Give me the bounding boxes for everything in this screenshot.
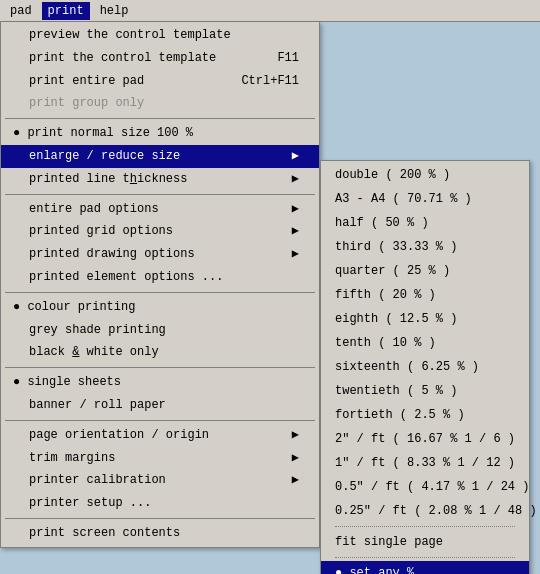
- submenu-double[interactable]: double ( 200 % ): [321, 163, 529, 187]
- submenu-eighth[interactable]: eighth ( 12.5 % ): [321, 307, 529, 331]
- submenu-fortieth[interactable]: fortieth ( 2.5 % ): [321, 403, 529, 427]
- separator-6: [5, 518, 315, 519]
- arrow-icon-6: ▶: [292, 427, 299, 444]
- submenu-tenth[interactable]: tenth ( 10 % ): [321, 331, 529, 355]
- submenu-quarter[interactable]: quarter ( 25 % ): [321, 259, 529, 283]
- secondary-menu: double ( 200 % ) A3 - A4 ( 70.71 % ) hal…: [320, 160, 530, 574]
- menu-item-calibration[interactable]: printer calibration ▶: [1, 469, 319, 492]
- menu-item-print-screen[interactable]: print screen contents: [1, 522, 319, 545]
- menu-item-preview[interactable]: preview the control template: [1, 24, 319, 47]
- menu-item-colour[interactable]: ● colour printing: [1, 296, 319, 319]
- submenu-sep-1: [335, 526, 515, 527]
- menu-item-normal-size[interactable]: ● print normal size 100 %: [1, 122, 319, 145]
- menu-item-black-white[interactable]: black & white only: [1, 341, 319, 364]
- submenu-set-any[interactable]: ● set any % ...: [321, 561, 529, 574]
- menu-help[interactable]: help: [94, 2, 135, 20]
- menu-pad[interactable]: pad: [4, 2, 38, 20]
- submenu-half[interactable]: half ( 50 % ): [321, 211, 529, 235]
- menu-item-single-sheets[interactable]: ● single sheets: [1, 371, 319, 394]
- arrow-icon-8: ▶: [292, 472, 299, 489]
- menu-item-page-orientation[interactable]: page orientation / origin ▶: [1, 424, 319, 447]
- menu-item-print-group: print group only: [1, 92, 319, 115]
- menu-item-grey[interactable]: grey shade printing: [1, 319, 319, 342]
- arrow-icon-3: ▶: [292, 201, 299, 218]
- dropdown-container: preview the control template print the c…: [0, 22, 530, 548]
- submenu-third[interactable]: third ( 33.33 % ): [321, 235, 529, 259]
- separator-2: [5, 194, 315, 195]
- menu-item-print-pad[interactable]: print entire pad Ctrl+F11: [1, 70, 319, 93]
- submenu-sep-2: [335, 557, 515, 558]
- menu-item-pad-options[interactable]: entire pad options ▶: [1, 198, 319, 221]
- submenu-2in-ft[interactable]: 2" / ft ( 16.67 % 1 / 6 ): [321, 427, 529, 451]
- menu-item-grid-options[interactable]: printed grid options ▶: [1, 220, 319, 243]
- submenu-half-in-ft[interactable]: 0.5" / ft ( 4.17 % 1 / 24 ): [321, 475, 529, 499]
- menu-item-printer-setup[interactable]: printer setup ...: [1, 492, 319, 515]
- menu-item-enlarge-reduce[interactable]: enlarge / reduce size ▶: [1, 145, 319, 168]
- menu-item-drawing-options[interactable]: printed drawing options ▶: [1, 243, 319, 266]
- separator-3: [5, 292, 315, 293]
- arrow-icon: ▶: [292, 148, 299, 165]
- separator-4: [5, 367, 315, 368]
- submenu-twentieth[interactable]: twentieth ( 5 % ): [321, 379, 529, 403]
- arrow-icon-5: ▶: [292, 246, 299, 263]
- menu-item-banner[interactable]: banner / roll paper: [1, 394, 319, 417]
- submenu-fifth[interactable]: fifth ( 20 % ): [321, 283, 529, 307]
- submenu-1in-ft[interactable]: 1" / ft ( 8.33 % 1 / 12 ): [321, 451, 529, 475]
- submenu-quarter-in-ft[interactable]: 0.25" / ft ( 2.08 % 1 / 48 ): [321, 499, 529, 523]
- submenu-sixteenth[interactable]: sixteenth ( 6.25 % ): [321, 355, 529, 379]
- submenu-fit-page[interactable]: fit single page: [321, 530, 529, 554]
- menu-item-element-options[interactable]: printed element options ...: [1, 266, 319, 289]
- menu-print[interactable]: print: [42, 2, 90, 20]
- separator-1: [5, 118, 315, 119]
- arrow-icon-7: ▶: [292, 450, 299, 467]
- arrow-icon-2: ▶: [292, 171, 299, 188]
- arrow-icon-4: ▶: [292, 223, 299, 240]
- primary-menu: preview the control template print the c…: [0, 22, 320, 548]
- menu-item-line-thickness[interactable]: printed line thickness ▶: [1, 168, 319, 191]
- submenu-a3-a4[interactable]: A3 - A4 ( 70.71 % ): [321, 187, 529, 211]
- menu-item-trim-margins[interactable]: trim margins ▶: [1, 447, 319, 470]
- menu-item-print-control[interactable]: print the control template F11: [1, 47, 319, 70]
- separator-5: [5, 420, 315, 421]
- menu-bar: pad print help: [0, 0, 540, 22]
